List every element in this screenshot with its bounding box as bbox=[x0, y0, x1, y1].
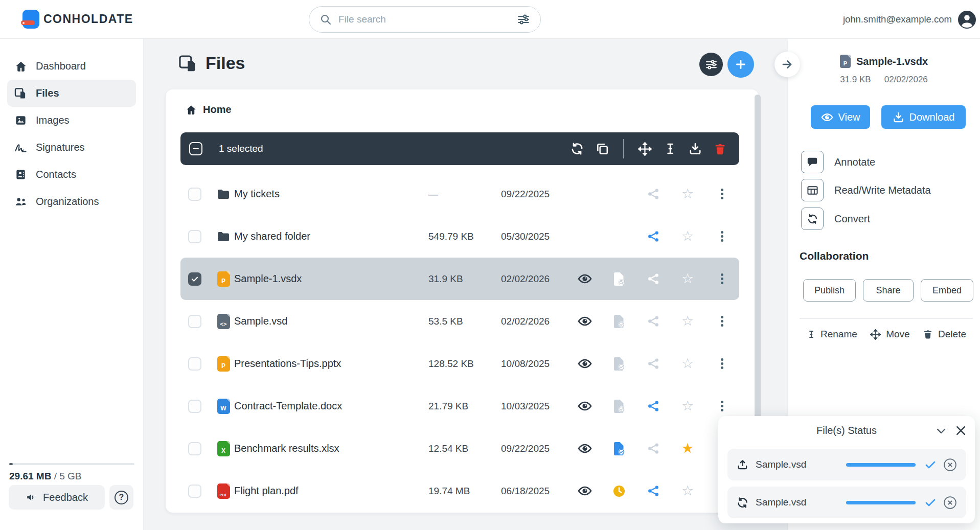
selected-file-date: 02/02/2026 bbox=[884, 75, 928, 85]
publish-button[interactable]: Publish bbox=[803, 279, 856, 302]
download-button[interactable]: Download bbox=[881, 105, 966, 129]
share-icon[interactable] bbox=[641, 272, 666, 285]
preview-eye-icon[interactable] bbox=[573, 358, 597, 370]
refresh-icon[interactable] bbox=[570, 142, 584, 156]
preview-eye-icon[interactable] bbox=[573, 485, 597, 497]
preview-eye-icon[interactable] bbox=[573, 273, 597, 285]
favorite-star-icon[interactable]: ☆ bbox=[675, 229, 700, 243]
share-icon[interactable] bbox=[641, 315, 666, 328]
share-icon[interactable] bbox=[641, 400, 666, 412]
eye-icon bbox=[821, 112, 833, 122]
preview-eye-icon[interactable] bbox=[573, 443, 597, 454]
file-date: 02/02/2026 bbox=[501, 316, 562, 327]
rename-icon[interactable] bbox=[663, 142, 677, 156]
row-menu-icon[interactable] bbox=[710, 230, 734, 243]
file-row[interactable]: P Presentations-Tips.pptx 128.52 KB 10/0… bbox=[180, 342, 739, 385]
favorite-star-icon[interactable]: ☆ bbox=[675, 314, 700, 328]
row-menu-icon[interactable] bbox=[710, 188, 734, 200]
help-button[interactable]: ? bbox=[109, 485, 133, 510]
row-checkbox[interactable] bbox=[188, 400, 201, 413]
rename-action[interactable]: Rename bbox=[807, 329, 857, 340]
file-row[interactable]: <> Sample.vsd 53.5 KB 02/02/2026 ☆ bbox=[180, 300, 739, 342]
view-button[interactable]: View bbox=[811, 105, 870, 129]
copy-icon[interactable] bbox=[595, 142, 609, 156]
delete-icon[interactable] bbox=[713, 142, 727, 156]
select-all-checkbox[interactable] bbox=[189, 142, 202, 155]
favorite-star-icon[interactable]: ☆ bbox=[675, 399, 700, 413]
add-file-button[interactable] bbox=[727, 51, 754, 78]
sidebar-item-contacts[interactable]: Contacts bbox=[7, 161, 136, 188]
row-checkbox[interactable] bbox=[188, 357, 201, 371]
row-checkbox[interactable] bbox=[188, 315, 201, 328]
file-status-icon[interactable] bbox=[607, 357, 631, 371]
move-icon[interactable] bbox=[638, 142, 652, 156]
sidebar-item-images[interactable]: Images bbox=[7, 107, 136, 134]
row-checkbox[interactable] bbox=[188, 230, 201, 243]
collapse-panel-button[interactable] bbox=[774, 52, 800, 77]
favorite-star-icon[interactable]: ☆ bbox=[675, 272, 700, 286]
row-menu-icon[interactable] bbox=[710, 315, 734, 328]
search-input[interactable] bbox=[338, 14, 510, 25]
download-icon[interactable] bbox=[688, 142, 702, 156]
file-status-icon[interactable] bbox=[607, 442, 631, 456]
file-row[interactable]: PDF Flight plan.pdf 19.74 MB 06/18/2025 … bbox=[180, 470, 739, 512]
share-button[interactable]: Share bbox=[863, 279, 914, 302]
file-status-icon[interactable] bbox=[607, 272, 631, 286]
share-icon[interactable] bbox=[641, 442, 666, 455]
embed-button[interactable]: Embed bbox=[921, 279, 973, 302]
collaboration-heading: Collaboration bbox=[800, 250, 869, 262]
preview-eye-icon[interactable] bbox=[573, 400, 597, 412]
file-row[interactable]: W Contract-Template.docx 21.79 KB 10/03/… bbox=[180, 385, 739, 427]
share-icon[interactable] bbox=[641, 357, 666, 370]
annotate-action[interactable]: Annotate bbox=[801, 151, 875, 173]
cancel-circle-icon[interactable] bbox=[943, 496, 957, 510]
row-checkbox-checked[interactable] bbox=[188, 272, 201, 286]
close-icon[interactable] bbox=[954, 424, 967, 437]
pending-clock-icon[interactable] bbox=[607, 485, 631, 498]
row-checkbox[interactable] bbox=[188, 485, 201, 498]
row-menu-icon[interactable] bbox=[710, 272, 734, 285]
share-icon[interactable] bbox=[641, 230, 666, 243]
favorite-star-icon[interactable]: ☆ bbox=[675, 484, 700, 498]
metadata-action[interactable]: Read/Write Metadata bbox=[801, 179, 931, 201]
sidebar-item-files[interactable]: Files bbox=[7, 80, 136, 107]
row-menu-icon[interactable] bbox=[710, 400, 734, 412]
file-row[interactable]: My shared folder 549.79 KB 05/30/2025 ☆ bbox=[180, 215, 739, 258]
file-size: — bbox=[428, 189, 501, 200]
xlsx-file-icon: X bbox=[217, 441, 230, 456]
file-row[interactable]: X Benchmark results.xlsx 12.54 KB 09/22/… bbox=[180, 427, 739, 470]
user-avatar[interactable] bbox=[958, 11, 976, 29]
share-icon[interactable] bbox=[641, 485, 666, 497]
convert-action[interactable]: Convert bbox=[801, 208, 870, 230]
upload-icon bbox=[737, 459, 748, 471]
sidebar-item-label: Files bbox=[36, 87, 59, 99]
search-filter-icon[interactable] bbox=[517, 13, 530, 26]
favorite-star-icon[interactable]: ☆ bbox=[675, 187, 700, 201]
brand-logo[interactable]: CONHOLDATE bbox=[22, 10, 133, 29]
preview-eye-icon[interactable] bbox=[573, 315, 597, 327]
favorite-star-icon[interactable]: ☆ bbox=[675, 357, 700, 371]
feedback-button[interactable]: Feedback bbox=[9, 485, 105, 510]
row-checkbox[interactable] bbox=[188, 188, 201, 201]
sidebar-item-dashboard[interactable]: Dashboard bbox=[7, 53, 136, 80]
delete-action[interactable]: Delete bbox=[923, 329, 966, 340]
list-filter-button[interactable] bbox=[699, 53, 723, 76]
cancel-circle-icon[interactable] bbox=[943, 458, 957, 472]
move-action[interactable]: Move bbox=[870, 329, 909, 340]
vsdx-file-icon: P bbox=[217, 271, 230, 287]
people-icon bbox=[14, 195, 27, 208]
row-checkbox[interactable] bbox=[188, 442, 201, 455]
share-icon[interactable] bbox=[641, 188, 666, 200]
file-row-selected[interactable]: P Sample-1.vsdx 31.9 KB 02/02/2026 ☆ bbox=[180, 258, 739, 300]
file-status-icon[interactable] bbox=[607, 314, 631, 329]
file-search-bar[interactable] bbox=[309, 6, 541, 33]
sidebar-item-organizations[interactable]: Organizations bbox=[7, 188, 136, 215]
row-menu-icon[interactable] bbox=[710, 357, 734, 370]
chevron-down-icon[interactable] bbox=[935, 425, 947, 437]
breadcrumb[interactable]: Home bbox=[186, 104, 232, 116]
favorite-star-icon-active[interactable]: ★ bbox=[675, 442, 700, 455]
sidebar-item-signatures[interactable]: Signatures bbox=[7, 134, 136, 161]
file-status-icon[interactable] bbox=[607, 399, 631, 413]
signature-icon bbox=[14, 141, 27, 154]
file-row[interactable]: My tickets — 09/22/2025 ☆ bbox=[180, 173, 739, 215]
